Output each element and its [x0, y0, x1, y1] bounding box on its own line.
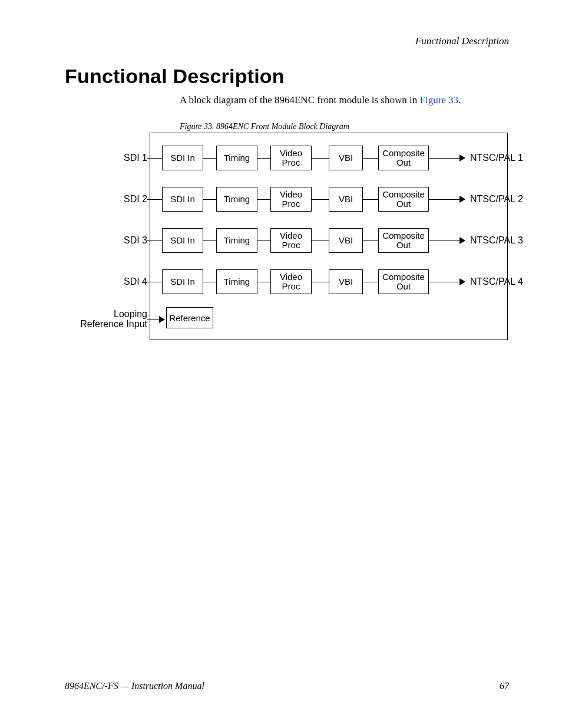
block-sdi-in: SDI In — [162, 146, 203, 170]
connector-line — [312, 199, 329, 200]
connector-line — [312, 282, 329, 282]
ref-label-line2: Reference Input — [80, 319, 147, 329]
block-label-line1: Video — [280, 231, 302, 241]
arrow-right-icon — [459, 154, 465, 162]
connector-line — [429, 199, 462, 200]
arrow-right-icon — [459, 196, 465, 203]
block-diagram: SDI 1 SDI In Timing Video Proc VBI Compo… — [77, 133, 513, 345]
input-label: SDI 3 — [112, 235, 147, 246]
connector-line — [257, 199, 270, 200]
block-label-line2: Proc — [282, 199, 300, 209]
connector-line — [312, 158, 329, 159]
arrow-right-icon — [459, 237, 465, 244]
arrow-right-icon — [459, 278, 465, 285]
block-vbi: VBI — [329, 228, 363, 253]
output-label: NTSC/PAL 1 — [470, 153, 523, 163]
input-label: SDI 1 — [112, 153, 147, 163]
block-label-line1: Video — [280, 272, 302, 282]
block-label-line1: Composite — [382, 149, 425, 158]
input-label: SDI 4 — [112, 276, 147, 287]
connector-line — [147, 241, 162, 241]
connector-line — [363, 158, 378, 159]
block-sdi-in: SDI In — [162, 228, 203, 253]
block-reference: Reference — [166, 307, 213, 328]
block-timing: Timing — [216, 187, 257, 212]
block-sdi-in: SDI In — [162, 187, 203, 212]
connector-line — [312, 241, 329, 241]
block-video-proc: Video Proc — [270, 187, 312, 212]
intro-paragraph: A block diagram of the 8964ENC front mod… — [180, 94, 461, 106]
connector-line — [203, 282, 216, 282]
connector-line — [363, 241, 378, 241]
reference-input-label: Looping Reference Input — [77, 309, 147, 330]
connector-line — [429, 241, 462, 241]
page-title: Functional Description — [65, 65, 285, 88]
input-label: SDI 2 — [112, 194, 147, 205]
block-composite-out: Composite Out — [378, 269, 429, 294]
connector-line — [257, 158, 270, 159]
connector-line — [363, 282, 378, 282]
running-head: Functional Description — [415, 35, 509, 47]
block-vbi: VBI — [329, 269, 363, 294]
signal-row-1: SDI 1 SDI In Timing Video Proc VBI Compo… — [77, 146, 513, 170]
footer-page-number: 67 — [500, 681, 509, 691]
block-label-line2: Proc — [282, 282, 300, 291]
connector-line — [257, 241, 270, 241]
signal-row-3: SDI 3 SDI In Timing Video Proc VBI Compo… — [77, 228, 513, 253]
signal-row-4: SDI 4 SDI In Timing Video Proc VBI Compo… — [77, 269, 513, 294]
footer-manual-title: 8964ENC/-FS — Instruction Manual — [65, 681, 204, 691]
block-label-line1: Composite — [382, 190, 425, 199]
block-vbi: VBI — [329, 187, 363, 212]
block-timing: Timing — [216, 146, 257, 170]
reference-row: Looping Reference Input Reference — [77, 307, 513, 332]
block-timing: Timing — [216, 269, 257, 294]
connector-line — [147, 158, 162, 159]
figure-reference-link[interactable]: Figure 33 — [419, 94, 458, 106]
arrow-right-icon — [159, 316, 165, 323]
block-composite-out: Composite Out — [378, 187, 429, 212]
block-sdi-in: SDI In — [162, 269, 203, 294]
figure-caption: Figure 33. 8964ENC Front Module Block Di… — [180, 122, 349, 131]
block-label-line1: Video — [280, 149, 302, 158]
output-label: NTSC/PAL 4 — [470, 276, 523, 287]
block-label-line2: Out — [396, 158, 411, 167]
block-label-line2: Proc — [282, 241, 300, 250]
connector-line — [203, 199, 216, 200]
block-video-proc: Video Proc — [270, 228, 312, 253]
intro-text-before: A block diagram of the 8964ENC front mod… — [180, 94, 419, 106]
block-vbi: VBI — [329, 146, 363, 170]
connector-line — [203, 158, 216, 159]
block-video-proc: Video Proc — [270, 146, 312, 170]
intro-text-after: . — [458, 94, 461, 106]
block-label-line1: Composite — [382, 231, 425, 241]
connector-line — [203, 241, 216, 241]
connector-line — [257, 282, 270, 282]
block-composite-out: Composite Out — [378, 228, 429, 253]
connector-line — [147, 199, 162, 200]
block-label-line2: Proc — [282, 158, 300, 167]
connector-line — [429, 158, 462, 159]
block-video-proc: Video Proc — [270, 269, 312, 294]
block-label-line2: Out — [396, 199, 411, 209]
connector-line — [147, 282, 162, 282]
block-timing: Timing — [216, 228, 257, 253]
block-label-line2: Out — [396, 282, 411, 291]
block-composite-out: Composite Out — [378, 146, 429, 170]
connector-line — [429, 282, 462, 282]
page: Functional Description Functional Descri… — [0, 0, 562, 728]
block-label-line2: Out — [396, 241, 411, 250]
output-label: NTSC/PAL 3 — [470, 235, 523, 246]
output-label: NTSC/PAL 2 — [470, 194, 523, 205]
block-label-line1: Video — [280, 190, 302, 199]
signal-row-2: SDI 2 SDI In Timing Video Proc VBI Compo… — [77, 187, 513, 212]
block-label-line1: Composite — [382, 272, 425, 282]
connector-line — [363, 199, 378, 200]
ref-label-line1: Looping — [114, 309, 147, 319]
